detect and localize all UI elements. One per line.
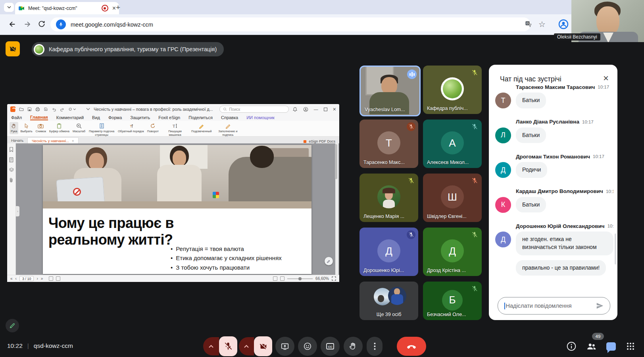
menu-esign[interactable]: Foxit eSign	[158, 115, 180, 120]
doc-tab-close-icon[interactable]: ×	[72, 139, 74, 143]
menu-share[interactable]: Поделиться	[188, 115, 213, 120]
pages-panel-icon[interactable]	[9, 157, 13, 162]
pdf-doc-tab[interactable]: Чесність у навчанні... ×	[27, 137, 78, 143]
more-options-button[interactable]	[367, 337, 383, 356]
print-icon[interactable]	[35, 107, 40, 112]
camera-toggle-button[interactable]	[254, 336, 272, 356]
last-page-icon[interactable]: »	[41, 276, 43, 281]
tool-rotate[interactable]: Поворот	[146, 122, 160, 134]
notifications-bell-icon[interactable]	[292, 107, 298, 112]
menu-file[interactable]: Файл	[11, 115, 22, 120]
fit-page-icon[interactable]	[280, 276, 285, 281]
esign-quick-toolbar[interactable]: eSign PDF Docs	[303, 139, 339, 143]
participants-button[interactable]	[586, 341, 597, 351]
chat-close-icon[interactable]: ×	[603, 73, 609, 83]
open-folder-icon[interactable]	[19, 107, 24, 112]
esign-floating-button[interactable]	[325, 257, 333, 265]
reload-button[interactable]	[38, 20, 47, 29]
captions-button[interactable]: CC	[321, 337, 340, 356]
account-icon[interactable]	[303, 107, 308, 112]
tool-fit-page[interactable]: Параметр подгона страницы	[87, 122, 116, 137]
bookmarks-panel-icon[interactable]	[9, 147, 13, 152]
chat-toggle-button[interactable]	[606, 342, 616, 351]
tile-alekseev[interactable]: А Алексеєв Микол...	[423, 120, 482, 168]
tile-drozd[interactable]: Д Дрозд Крістіна ...	[423, 228, 482, 276]
zoom-slider[interactable]	[287, 278, 313, 279]
annotate-button[interactable]	[6, 319, 19, 332]
chat-scrollbar[interactable]	[615, 233, 616, 264]
menu-help[interactable]: Справка	[221, 115, 238, 120]
window-minimize-button[interactable]: —	[314, 107, 318, 112]
tool-select[interactable]: Выбрать	[19, 122, 33, 134]
tool-fill-sign[interactable]: Заполнение и подпись	[213, 122, 242, 137]
new-tab-button[interactable]: +	[116, 3, 120, 12]
site-mic-permission-icon[interactable]	[56, 19, 66, 29]
recording-chip[interactable]	[6, 41, 20, 56]
tool-reverse-order[interactable]: T Обратный порядок	[117, 122, 145, 134]
mic-options-button[interactable]	[203, 337, 219, 355]
bookmark-star-button[interactable]: ☆	[538, 19, 546, 29]
menu-ai-assistant[interactable]: ИИ помощник	[246, 115, 275, 120]
forward-button[interactable]	[23, 20, 33, 29]
pdf-scrollbar[interactable]	[335, 143, 338, 275]
hand-mode-icon[interactable]	[56, 276, 60, 281]
tool-zoom[interactable]: Масштаб	[71, 122, 87, 134]
next-page-icon[interactable]: ›	[37, 276, 38, 281]
prev-page-icon[interactable]: ‹	[15, 276, 17, 281]
tile-shvidler[interactable]: Ш Швідлер Євгені...	[423, 174, 482, 222]
tile-vyacheslav[interactable]: Vyacheslav Lom...	[359, 66, 421, 116]
page-indicator[interactable]: 3 / 10	[19, 276, 34, 281]
mic-toggle-button[interactable]	[219, 336, 237, 356]
menu-comment[interactable]: Комментарий	[56, 115, 84, 120]
leave-call-button[interactable]	[397, 337, 426, 356]
layers-panel-icon[interactable]	[9, 168, 14, 172]
url-bar[interactable]: meet.google.com/qsd-kowz-ccm	[50, 17, 531, 31]
stamp-tool-icon[interactable]	[68, 107, 76, 112]
meeting-details-button[interactable]	[566, 341, 577, 351]
menu-home[interactable]: Главная	[30, 115, 48, 120]
window-close-button[interactable]: ×	[333, 106, 336, 112]
browser-profile-button[interactable]	[558, 19, 569, 30]
menu-form[interactable]: Форма	[108, 115, 122, 120]
pdf-search-box[interactable]: Поиск	[219, 106, 288, 113]
tool-clipboard[interactable]: Буфер обмена	[48, 122, 71, 134]
back-button[interactable]	[8, 20, 17, 29]
chat-message-input[interactable]: Надіслати повідомлення	[498, 297, 610, 315]
present-screen-button[interactable]	[275, 337, 294, 356]
fit-width-icon[interactable]	[273, 276, 277, 281]
camera-options-button[interactable]	[239, 337, 254, 355]
meeting-title-pill[interactable]: Кафедра публічного управління, туризму т…	[32, 42, 224, 56]
undo-icon[interactable]	[52, 107, 56, 112]
sidebar-expand-handle[interactable]: ›	[16, 206, 19, 216]
single-page-view-icon[interactable]	[49, 276, 53, 281]
tile-tarasenko[interactable]: Т Тарасенко Макс...	[359, 120, 418, 168]
tab-search-button[interactable]	[4, 3, 14, 12]
tile-overflow-participants[interactable]: Ще 39 осіб	[359, 282, 418, 320]
send-icon[interactable]	[596, 301, 604, 310]
pdf-start-tab[interactable]: Начать	[7, 137, 27, 143]
tile-bezchasnyi[interactable]: Б Безчасний Оле...	[423, 282, 482, 320]
save-icon[interactable]	[27, 107, 32, 112]
menu-view[interactable]: Вид	[92, 115, 100, 120]
first-page-icon[interactable]: «	[10, 276, 13, 281]
translate-button[interactable]: G	[525, 20, 532, 28]
raise-hand-button[interactable]	[344, 337, 363, 356]
tab-close-icon[interactable]: ×	[112, 5, 116, 12]
tile-kafedra[interactable]: Кафедра публіч...	[423, 66, 482, 114]
tile-doroshenko[interactable]: Д Дорошенко Юрі...	[359, 228, 418, 276]
tool-typewriter[interactable]: T Пишущая машинка	[161, 122, 189, 137]
activities-button[interactable]	[626, 342, 635, 351]
tool-highlight[interactable]: Подсвеченный	[190, 122, 213, 134]
doc-title-chevron-icon[interactable]	[86, 108, 90, 111]
tool-snapshot[interactable]: Снимок	[35, 122, 47, 134]
tile-leshchenko[interactable]: Лещенко Марія ...	[359, 174, 418, 222]
export-icon[interactable]	[44, 107, 48, 112]
fullscreen-icon[interactable]	[332, 276, 336, 281]
attachments-panel-icon[interactable]	[9, 178, 13, 183]
redo-icon[interactable]	[60, 107, 65, 112]
reactions-button[interactable]	[298, 337, 317, 356]
menu-protect[interactable]: Защитить	[130, 115, 150, 120]
window-restore-button[interactable]	[324, 108, 327, 111]
tool-hand[interactable]: Рука	[10, 122, 18, 134]
browser-tab-meet[interactable]: Meet: "qsd-kowz-ccm" ×	[15, 2, 119, 14]
